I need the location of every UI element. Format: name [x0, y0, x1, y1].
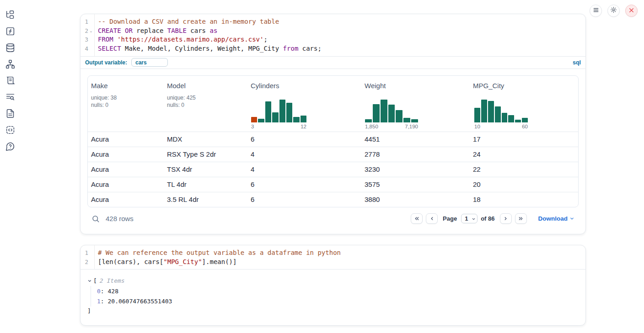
- last-page-button[interactable]: [515, 213, 527, 224]
- output-variable-label: Output variable:: [85, 59, 127, 66]
- code-line: 1⌄ # We can reference the output variabl…: [80, 248, 585, 258]
- histogram-bar: [495, 106, 501, 122]
- histogram-bar: [388, 105, 395, 122]
- language-badge[interactable]: sql: [573, 59, 581, 66]
- column-header-mpg-city[interactable]: MPG_City 10 60: [470, 76, 579, 132]
- variables-icon[interactable]: [5, 26, 15, 36]
- shutdown-button[interactable]: [625, 5, 638, 17]
- outline-icon[interactable]: [5, 75, 15, 85]
- line-number: 2: [85, 26, 88, 36]
- next-page-button[interactable]: [500, 213, 512, 224]
- tree-items: 0: 428 1: 20.060747663551403: [91, 286, 579, 307]
- item-index: 1: [97, 298, 101, 305]
- collapse-chevron-icon[interactable]: [87, 279, 92, 283]
- histogram-bar: [265, 101, 271, 122]
- hist-min-label: 3: [251, 124, 254, 129]
- page-label: Page: [443, 215, 457, 222]
- table-row[interactable]: Acura RSX Type S 2dr 4 2778 24: [88, 147, 578, 162]
- help-icon[interactable]: [5, 141, 15, 151]
- python-string: "MPG_City": [163, 258, 202, 265]
- histogram-bar: [251, 117, 257, 122]
- histogram-bar: [515, 120, 521, 122]
- cylinders-histogram: 3 12: [251, 100, 306, 129]
- documentation-icon[interactable]: [5, 108, 15, 118]
- hist-min-label: 1,850: [365, 124, 378, 129]
- column-header-cylinders[interactable]: Cylinders 3 12: [247, 76, 361, 132]
- snippets-icon[interactable]: [5, 125, 15, 135]
- item-value: 20.060747663551403: [107, 298, 172, 305]
- table-header-row: Make unique: 38 nulls: 0 Model unique: 4…: [88, 76, 578, 132]
- fold-chevron-icon[interactable]: ⌄: [88, 26, 94, 36]
- histogram-bar: [301, 116, 306, 122]
- first-page-button[interactable]: [411, 213, 423, 224]
- code-line: 1⌄ -- Download a CSV and create an in-me…: [80, 17, 585, 26]
- table-row[interactable]: Acura MDX 6 4451 17: [88, 132, 578, 147]
- table-row[interactable]: Acura 3.5 RL 4dr 6 3880 18: [88, 192, 578, 207]
- weight-histogram: 1,850 7,190: [365, 100, 418, 129]
- close-bracket: ]: [87, 307, 91, 316]
- output-variable-input[interactable]: [131, 58, 168, 67]
- python-code-editor[interactable]: 1⌄ # We can reference the output variabl…: [80, 245, 585, 269]
- histogram-bar: [502, 113, 508, 122]
- histogram-bar: [396, 110, 402, 122]
- item-index: 0: [97, 288, 101, 295]
- column-header-weight[interactable]: Weight 1,850 7,190: [361, 76, 470, 132]
- open-bracket: [: [93, 277, 97, 284]
- datasources-icon[interactable]: [5, 42, 15, 53]
- hist-min-label: 10: [474, 124, 480, 129]
- close-icon: [628, 7, 634, 15]
- results-table: Make unique: 38 nulls: 0 Model unique: 4…: [87, 75, 579, 207]
- column-stats: unique: 38 nulls: 0: [91, 94, 161, 109]
- sql-output-area: Make unique: 38 nulls: 0 Model unique: 4…: [80, 69, 585, 226]
- column-header-make[interactable]: Make unique: 38 nulls: 0: [88, 76, 164, 132]
- hist-max-label: 12: [301, 124, 306, 129]
- dependency-graph-icon[interactable]: [5, 59, 15, 69]
- tree-item: 0: 428: [97, 286, 579, 296]
- logs-icon[interactable]: [5, 92, 15, 102]
- output-variable-bar: Output variable: sql: [80, 56, 585, 69]
- code-line: 2⌄ CREATE OR replace TABLE cars as: [80, 26, 585, 36]
- tree-item: 1: 20.060747663551403: [97, 296, 579, 307]
- chevron-down-icon: [569, 216, 574, 221]
- menu-button[interactable]: [590, 5, 602, 17]
- python-comment: # We can reference the output variable a…: [98, 249, 341, 256]
- page-select-wrap: 1: [461, 214, 478, 223]
- code-line: 2⌄ [len(cars), cars["MPG_City"].mean()]: [80, 258, 585, 267]
- line-number: 4: [85, 44, 88, 53]
- notebook-actions: [590, 5, 638, 17]
- hist-max-label: 60: [522, 124, 528, 129]
- column-header-model[interactable]: Model unique: 425 nulls: 0: [164, 76, 247, 132]
- file-explorer-icon[interactable]: [5, 10, 15, 20]
- row-count: 428 rows: [106, 215, 134, 222]
- pagination: Page 1 of 86: [411, 213, 574, 224]
- sql-code-editor[interactable]: 1⌄ -- Download a CSV and create an in-me…: [80, 14, 585, 56]
- previous-page-button[interactable]: [426, 213, 438, 224]
- table-footer: 428 rows Page 1: [87, 211, 579, 226]
- gear-icon: [610, 6, 617, 15]
- histogram-bar: [522, 118, 528, 122]
- code-line: 4⌄ SELECT Make, Model, Cylinders, Weight…: [80, 44, 585, 53]
- python-output-tree: [ 2 Items 0: 428 1: 20.060747663551403 ]: [80, 270, 585, 316]
- item-value: 428: [107, 288, 118, 295]
- line-number: 1: [85, 248, 88, 258]
- histogram-bar: [272, 112, 278, 122]
- histogram-bar: [488, 101, 494, 122]
- hamburger-icon: [593, 7, 599, 15]
- histogram-bar: [403, 118, 410, 122]
- line-number: 1: [85, 17, 88, 26]
- items-count: 2 Items: [100, 277, 125, 284]
- table-row[interactable]: Acura TL 4dr 6 3575 20: [88, 177, 578, 192]
- settings-button[interactable]: [607, 5, 620, 17]
- table-row[interactable]: Acura TSX 4dr 4 3230 22: [88, 162, 578, 177]
- page-select[interactable]: 1: [461, 214, 478, 223]
- column-stats: unique: 425 nulls: 0: [167, 94, 244, 109]
- page-total-label: of 86: [481, 215, 494, 222]
- sql-cell: 1⌄ -- Download a CSV and create an in-me…: [80, 14, 586, 234]
- histogram-bar: [293, 117, 299, 122]
- histogram-bar: [258, 119, 264, 122]
- mpg-city-histogram: 10 60: [474, 100, 528, 129]
- python-cell: 1⌄ # We can reference the output variabl…: [80, 245, 586, 326]
- search-icon[interactable]: [91, 215, 100, 223]
- histogram-bar: [279, 100, 285, 122]
- download-button[interactable]: Download: [538, 215, 575, 222]
